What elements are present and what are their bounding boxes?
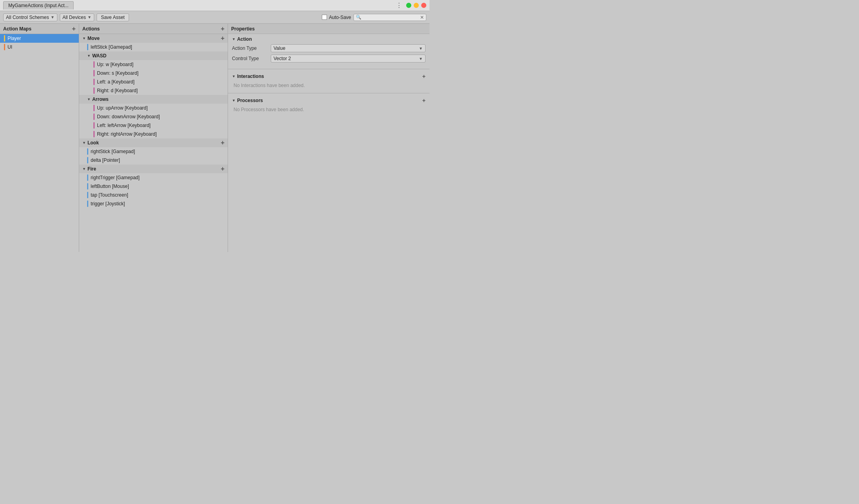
action-maps-panel: Action Maps + Player UI bbox=[0, 24, 79, 252]
binding-left-leftarrow[interactable]: Left: leftArrow [Keyboard] bbox=[79, 121, 228, 130]
action-section: ▼ Action Action Type Value ▼ Control Typ… bbox=[228, 34, 430, 67]
action-type-dropdown[interactable]: Value ▼ bbox=[271, 44, 426, 52]
fire-triangle-icon: ▼ bbox=[82, 167, 86, 171]
actions-header: Actions + bbox=[79, 24, 228, 34]
fire-add-button[interactable]: + bbox=[221, 166, 224, 172]
actions-panel: Actions + ▼ Move + leftStick [Gamepad] ▼… bbox=[79, 24, 228, 252]
tap-touchscreen-accent bbox=[87, 192, 88, 198]
save-asset-button[interactable]: Save Asset bbox=[97, 13, 129, 21]
interactions-add-button[interactable]: + bbox=[422, 73, 426, 80]
processors-section-header: ▼ Processors + bbox=[232, 97, 426, 104]
control-schemes-label: All Control Schemes bbox=[6, 15, 49, 20]
action-look-label: Look bbox=[87, 140, 99, 146]
binding-leftstick[interactable]: leftStick [Gamepad] bbox=[79, 43, 228, 51]
look-add-button[interactable]: + bbox=[221, 140, 224, 146]
action-map-item-ui[interactable]: UI bbox=[0, 43, 79, 51]
interactions-label: Interactions bbox=[237, 74, 264, 79]
ui-color-bar bbox=[4, 44, 5, 50]
up-uparrow-label: Up: upArrow [Keyboard] bbox=[97, 105, 148, 111]
action-subgroup-wasd[interactable]: ▼ WASD bbox=[79, 51, 228, 60]
leftbutton-mouse-label: leftButton [Mouse] bbox=[91, 184, 129, 189]
action-fire-label: Fire bbox=[87, 166, 96, 172]
window-minimize-button[interactable] bbox=[414, 3, 419, 8]
binding-rightstick[interactable]: rightStick [Gamepad] bbox=[79, 147, 228, 156]
search-clear-icon[interactable]: ✕ bbox=[420, 15, 424, 20]
action-map-ui-label: UI bbox=[8, 44, 12, 50]
control-type-dropdown[interactable]: Vector 2 ▼ bbox=[271, 55, 426, 63]
binding-left-a[interactable]: Left: a [Keyboard] bbox=[79, 78, 228, 86]
righttrigger-label: rightTrigger [Gamepad] bbox=[91, 175, 140, 180]
delta-pointer-accent bbox=[87, 157, 88, 163]
up-w-accent bbox=[93, 61, 95, 68]
binding-right-d[interactable]: Right: d [Keyboard] bbox=[79, 86, 228, 95]
window-maximize-button[interactable] bbox=[406, 3, 411, 8]
properties-title: Properties bbox=[231, 26, 255, 32]
down-downarrow-accent bbox=[93, 114, 95, 120]
all-devices-label: All Devices bbox=[63, 15, 86, 20]
actions-list: ▼ Move + leftStick [Gamepad] ▼ WASD Up: … bbox=[79, 34, 228, 208]
action-type-label: Action Type bbox=[232, 45, 268, 51]
action-type-value: Value bbox=[274, 45, 285, 51]
left-a-label: Left: a [Keyboard] bbox=[97, 79, 135, 85]
binding-leftbutton-mouse[interactable]: leftButton [Mouse] bbox=[79, 182, 228, 191]
control-type-value: Vector 2 bbox=[274, 56, 291, 61]
right-rightarrow-accent bbox=[93, 131, 95, 137]
processors-add-button[interactable]: + bbox=[422, 97, 426, 104]
binding-down-downarrow[interactable]: Down: downArrow [Keyboard] bbox=[79, 112, 228, 121]
binding-trigger-joystick[interactable]: trigger [Joystick] bbox=[79, 199, 228, 208]
title-tab[interactable]: MyGameActions (Input Act... bbox=[3, 1, 74, 9]
processors-empty-text: No Processors have been added. bbox=[232, 106, 426, 113]
action-maps-add-button[interactable]: + bbox=[72, 26, 76, 32]
wasd-label: WASD bbox=[92, 53, 106, 59]
autosave-checkbox[interactable] bbox=[322, 15, 327, 20]
binding-down-s[interactable]: Down: s [Keyboard] bbox=[79, 69, 228, 78]
leftstick-accent bbox=[87, 44, 88, 50]
left-leftarrow-accent bbox=[93, 122, 95, 129]
right-d-accent bbox=[93, 87, 95, 94]
trigger-joystick-label: trigger [Joystick] bbox=[91, 201, 125, 207]
search-input[interactable] bbox=[363, 15, 418, 20]
main-layout: Action Maps + Player UI Actions + ▼ bbox=[0, 24, 430, 252]
divider-2 bbox=[228, 93, 430, 93]
righttrigger-accent bbox=[87, 174, 88, 181]
up-w-label: Up: w [Keyboard] bbox=[97, 62, 133, 67]
binding-up-uparrow[interactable]: Up: upArrow [Keyboard] bbox=[79, 104, 228, 112]
wasd-triangle-icon: ▼ bbox=[87, 54, 91, 58]
binding-right-rightarrow[interactable]: Right: rightArrow [Keyboard] bbox=[79, 130, 228, 138]
binding-delta-pointer[interactable]: delta [Pointer] bbox=[79, 156, 228, 165]
action-group-move[interactable]: ▼ Move + bbox=[79, 34, 228, 43]
control-type-row: Control Type Vector 2 ▼ bbox=[232, 55, 426, 63]
action-maps-title: Action Maps bbox=[3, 26, 31, 32]
control-type-arrow-icon: ▼ bbox=[419, 57, 423, 61]
action-section-header: ▼ Action bbox=[232, 36, 426, 42]
action-group-look[interactable]: ▼ Look + bbox=[79, 138, 228, 147]
action-type-row: Action Type Value ▼ bbox=[232, 44, 426, 52]
window-close-button[interactable] bbox=[421, 3, 426, 8]
binding-up-w[interactable]: Up: w [Keyboard] bbox=[79, 60, 228, 69]
down-s-label: Down: s [Keyboard] bbox=[97, 70, 139, 76]
processors-triangle-icon: ▼ bbox=[232, 99, 236, 102]
down-s-accent bbox=[93, 70, 95, 76]
window-menu-icon[interactable]: ⋮ bbox=[396, 2, 402, 9]
actions-add-button[interactable]: + bbox=[221, 26, 224, 32]
all-devices-dropdown[interactable]: All Devices ▼ bbox=[60, 13, 94, 21]
action-section-label: Action bbox=[237, 36, 252, 42]
action-map-item-player[interactable]: Player bbox=[0, 34, 79, 43]
leftstick-label: leftStick [Gamepad] bbox=[91, 44, 132, 50]
move-add-button[interactable]: + bbox=[221, 35, 224, 42]
move-triangle-icon: ▼ bbox=[82, 36, 86, 40]
action-group-fire[interactable]: ▼ Fire + bbox=[79, 165, 228, 173]
search-icon: 🔍 bbox=[356, 15, 361, 20]
left-leftarrow-label: Left: leftArrow [Keyboard] bbox=[97, 123, 150, 128]
window-controls: ⋮ bbox=[396, 2, 426, 9]
right-d-label: Right: d [Keyboard] bbox=[97, 88, 138, 93]
binding-tap-touchscreen[interactable]: tap [Touchscreen] bbox=[79, 191, 228, 199]
action-subgroup-arrows[interactable]: ▼ Arrows bbox=[79, 95, 228, 104]
binding-righttrigger[interactable]: rightTrigger [Gamepad] bbox=[79, 173, 228, 182]
processors-section: ▼ Processors + No Processors have been a… bbox=[228, 95, 430, 116]
control-schemes-dropdown[interactable]: All Control Schemes ▼ bbox=[3, 13, 57, 21]
action-type-arrow-icon: ▼ bbox=[419, 46, 423, 51]
delta-pointer-label: delta [Pointer] bbox=[91, 157, 120, 163]
autosave-label: Auto-Save bbox=[329, 15, 351, 20]
action-maps-list: Player UI bbox=[0, 34, 79, 51]
